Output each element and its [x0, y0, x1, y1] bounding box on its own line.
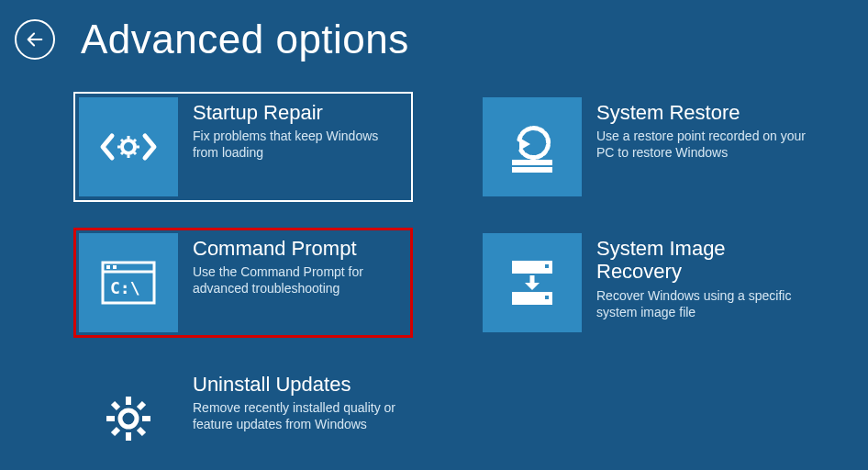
tile-text: Startup Repair Fix problems that keep Wi… — [178, 97, 407, 196]
tile-system-image-recovery[interactable]: System Image Recovery Recover Windows us… — [477, 228, 817, 338]
tile-startup-repair[interactable]: Startup Repair Fix problems that keep Wi… — [73, 92, 413, 202]
system-image-recovery-icon — [505, 255, 560, 310]
svg-line-8 — [134, 140, 136, 141]
tile-title: System Restore — [596, 101, 811, 124]
tile-title: Startup Repair — [193, 101, 407, 124]
tile-text: Command Prompt Use the Command Prompt fo… — [178, 233, 407, 332]
svg-rect-10 — [512, 167, 552, 173]
page-title: Advanced options — [81, 17, 409, 62]
tile-title: Command Prompt — [193, 237, 407, 260]
command-prompt-icon: C:\ — [99, 259, 158, 307]
svg-rect-18 — [545, 264, 549, 268]
tile-description: Use the Command Prompt for advanced trou… — [193, 263, 407, 297]
tile-command-prompt[interactable]: C:\ Command Prompt Use the Command Promp… — [73, 228, 413, 338]
svg-line-28 — [113, 429, 118, 434]
tile-text: Uninstall Updates Remove recently instal… — [178, 369, 407, 468]
svg-rect-9 — [512, 160, 552, 165]
svg-point-0 — [122, 140, 135, 153]
gear-icon — [103, 393, 154, 444]
tile-description: Recover Windows using a specific system … — [596, 287, 811, 320]
svg-line-27 — [139, 429, 144, 434]
svg-rect-13 — [106, 265, 110, 269]
svg-point-21 — [120, 410, 137, 427]
tile-text: System Restore Use a restore point recor… — [582, 97, 811, 196]
tile-text: System Image Recovery Recover Windows us… — [582, 233, 811, 332]
system-restore-icon — [503, 119, 562, 174]
svg-rect-14 — [113, 265, 117, 269]
svg-line-6 — [134, 152, 136, 154]
tile-icon-box — [483, 233, 582, 332]
options-grid: Startup Repair Fix problems that keep Wi… — [0, 62, 868, 470]
header: Advanced options — [0, 0, 868, 62]
svg-line-7 — [121, 152, 123, 154]
svg-rect-19 — [545, 296, 549, 299]
svg-line-29 — [139, 403, 144, 408]
tile-description: Use a restore point recorded on your PC … — [596, 128, 811, 161]
arrow-left-icon — [25, 29, 45, 50]
tile-description: Fix problems that keep Windows from load… — [193, 128, 407, 161]
back-button[interactable] — [15, 19, 55, 60]
svg-line-5 — [121, 140, 123, 141]
tile-icon-box: C:\ — [79, 233, 178, 332]
svg-text:C:\: C:\ — [110, 278, 140, 297]
tile-title: Uninstall Updates — [193, 373, 407, 396]
tile-icon-box — [79, 369, 178, 468]
tile-uninstall-updates[interactable]: Uninstall Updates Remove recently instal… — [73, 364, 413, 470]
tile-system-restore[interactable]: System Restore Use a restore point recor… — [477, 92, 817, 202]
tile-icon-box — [79, 97, 178, 196]
startup-repair-icon — [97, 125, 160, 169]
svg-line-26 — [113, 403, 118, 408]
tile-description: Remove recently installed quality or fea… — [193, 399, 407, 432]
tile-icon-box — [483, 97, 582, 196]
tile-title: System Image Recovery — [596, 237, 811, 284]
